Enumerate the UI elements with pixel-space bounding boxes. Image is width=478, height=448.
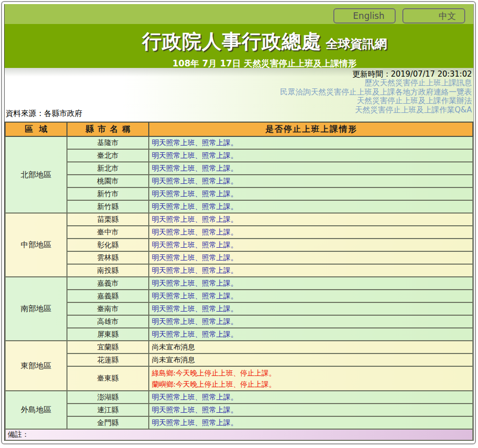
suspension-status-table: 區域 縣市名稱 是否停止上班上課情形 北部地區基隆市明天照常上班、照常上課。臺北…: [5, 122, 473, 441]
table-row: 桃園市明天照常上班、照常上課。: [5, 175, 473, 187]
table-row: 南投縣明天照常上班、照常上課。: [5, 264, 473, 277]
table-row: 新竹縣明天照常上班、照常上課。: [5, 200, 473, 213]
table-row: 北部地區基隆市明天照常上班、照常上課。: [5, 136, 473, 149]
status-cell: 明天照常上班、照常上課。: [149, 136, 473, 149]
table-row: 南部地區嘉義市明天照常上班、照常上課。: [5, 277, 473, 290]
table-row: 東部地區宜蘭縣尚未宣布消息: [5, 341, 473, 353]
column-header-status: 是否停止上班上課情形: [149, 122, 473, 136]
table-header-row: 區域 縣市名稱 是否停止上班上課情形: [5, 122, 473, 136]
county-name-cell: 臺南市: [67, 302, 149, 315]
table-row: 外島地區澎湖縣明天照常上班、照常上課。: [5, 391, 473, 404]
county-name-cell: 宜蘭縣: [67, 341, 149, 353]
chinese-language-button[interactable]: 中文: [402, 8, 465, 23]
status-cell: 明天照常上班、照常上課。: [149, 277, 473, 290]
browser-window: English 中文 行政院人事行政總處全球資訊網 108年 7月 17日 天然…: [1, 1, 476, 444]
status-cell: 明天照常上班、照常上課。: [149, 200, 473, 213]
county-name-cell: 新竹縣: [67, 200, 149, 213]
county-name-cell: 南投縣: [67, 264, 149, 277]
site-title-line: 行政院人事行政總處全球資訊網: [56, 24, 473, 55]
table-row: 新竹市明天照常上班、照常上課。: [5, 187, 473, 200]
site-header: 行政院人事行政總處全球資訊網 108年 7月 17日 天然災害停止上班及上課情形: [5, 24, 473, 68]
county-name-cell: 臺北市: [67, 149, 149, 162]
status-cell: 明天照常上班、照常上課。: [149, 290, 473, 302]
english-language-button[interactable]: English: [333, 8, 396, 23]
status-cell: 明天照常上班、照常上課。: [149, 149, 473, 162]
region-cell: 外島地區: [5, 391, 67, 429]
county-name-cell: 新北市: [67, 162, 149, 175]
status-cell: 尚未宣布消息: [149, 341, 473, 353]
county-name-cell: 花蓮縣: [67, 353, 149, 366]
status-cell: 明天照常上班、照常上課。: [149, 213, 473, 226]
table-row: 連江縣明天照常上班、照常上課。: [5, 404, 473, 416]
status-cell: 明天照常上班、照常上課。: [149, 226, 473, 239]
status-cell: 明天照常上班、照常上課。: [149, 264, 473, 277]
table-row: 臺南市明天照常上班、照常上課。: [5, 302, 473, 315]
status-alert-line: 綠島鄉:今天晚上停止上班、停止上課。: [152, 367, 471, 379]
county-name-cell: 連江縣: [67, 404, 149, 416]
note-label: 備註：: [5, 429, 473, 440]
status-cell: 明天照常上班、照常上課。: [149, 175, 473, 187]
status-cell: 明天照常上班、照常上課。: [149, 315, 473, 328]
page-content: English 中文 行政院人事行政總處全球資訊網 108年 7月 17日 天然…: [4, 4, 474, 441]
status-cell: 尚未宣布消息: [149, 353, 473, 366]
county-name-cell: 臺東縣: [67, 366, 149, 391]
county-name-cell: 屏東縣: [67, 328, 149, 341]
table-row: 新北市明天照常上班、照常上課。: [5, 162, 473, 175]
region-cell: 東部地區: [5, 341, 67, 391]
status-cell: 明天照常上班、照常上課。: [149, 187, 473, 200]
status-cell: 明天照常上班、照常上課。: [149, 328, 473, 341]
language-bar: English 中文: [5, 4, 473, 24]
county-name-cell: 金門縣: [67, 416, 149, 429]
table-row: 彰化縣明天照常上班、照常上課。: [5, 239, 473, 251]
info-strip: 更新時間：2019/07/17 20:31:02 歷次天然災害停止上班上課訊息 …: [5, 68, 473, 122]
site-subtitle: 全球資訊網: [326, 37, 387, 51]
table-row: 雲林縣明天照常上班、照常上課。: [5, 251, 473, 264]
county-name-cell: 嘉義縣: [67, 290, 149, 302]
region-cell: 北部地區: [5, 136, 67, 213]
link-suspension-regulations[interactable]: 天然災害停止上班及上課作業辦法: [5, 97, 472, 106]
table-row: 屏東縣明天照常上班、照常上課。: [5, 328, 473, 341]
table-row: 中部地區苗栗縣明天照常上班、照常上課。: [5, 213, 473, 226]
site-title: 行政院人事行政總處: [142, 30, 322, 53]
status-cell: 明天照常上班、照常上課。: [149, 239, 473, 251]
table-row: 嘉義縣明天照常上班、照常上課。: [5, 290, 473, 302]
link-past-suspension-news[interactable]: 歷次天然災害停止上班上課訊息: [5, 79, 472, 88]
table-row: 臺東縣綠島鄉:今天晚上停止上班、停止上課。蘭嶼鄉:今天晚上停止上班、停止上課。: [5, 366, 473, 391]
status-table-body: 北部地區基隆市明天照常上班、照常上課。臺北市明天照常上班、照常上課。新北市明天照…: [5, 136, 473, 429]
status-cell: 綠島鄉:今天晚上停止上班、停止上課。蘭嶼鄉:今天晚上停止上班、停止上課。: [149, 366, 473, 391]
county-name-cell: 彰化縣: [67, 239, 149, 251]
county-name-cell: 基隆市: [67, 136, 149, 149]
note-row: 備註：: [5, 429, 473, 440]
status-cell: 明天照常上班、照常上課。: [149, 404, 473, 416]
county-name-cell: 高雄市: [67, 315, 149, 328]
status-cell: 明天照常上班、照常上課。: [149, 251, 473, 264]
column-header-county: 縣市名稱: [67, 122, 149, 136]
county-name-cell: 澎湖縣: [67, 391, 149, 404]
link-local-gov-contact-list[interactable]: 民眾洽詢天然災害停止上班及上課各地方政府連絡一覽表: [5, 88, 472, 97]
data-source-label: 資料來源：各縣市政府: [6, 109, 82, 119]
table-row: 高雄市明天照常上班、照常上課。: [5, 315, 473, 328]
status-alert-line: 蘭嶼鄉:今天晚上停止上班、停止上課。: [152, 379, 471, 390]
county-name-cell: 嘉義市: [67, 277, 149, 290]
region-cell: 中部地區: [5, 213, 67, 277]
status-cell: 明天照常上班、照常上課。: [149, 391, 473, 404]
county-name-cell: 桃園市: [67, 175, 149, 187]
region-cell: 南部地區: [5, 277, 67, 341]
status-cell: 明天照常上班、照常上課。: [149, 162, 473, 175]
table-row: 臺北市明天照常上班、照常上課。: [5, 149, 473, 162]
county-name-cell: 雲林縣: [67, 251, 149, 264]
table-row: 花蓮縣尚未宣布消息: [5, 353, 473, 366]
status-cell: 明天照常上班、照常上課。: [149, 416, 473, 429]
column-header-region: 區域: [5, 122, 67, 136]
table-row: 金門縣明天照常上班、照常上課。: [5, 416, 473, 429]
status-cell: 明天照常上班、照常上課。: [149, 302, 473, 315]
county-name-cell: 新竹市: [67, 187, 149, 200]
update-time: 更新時間：2019/07/17 20:31:02: [5, 68, 473, 79]
county-name-cell: 臺中市: [67, 226, 149, 239]
county-name-cell: 苗栗縣: [67, 213, 149, 226]
table-row: 臺中市明天照常上班、照常上課。: [5, 226, 473, 239]
